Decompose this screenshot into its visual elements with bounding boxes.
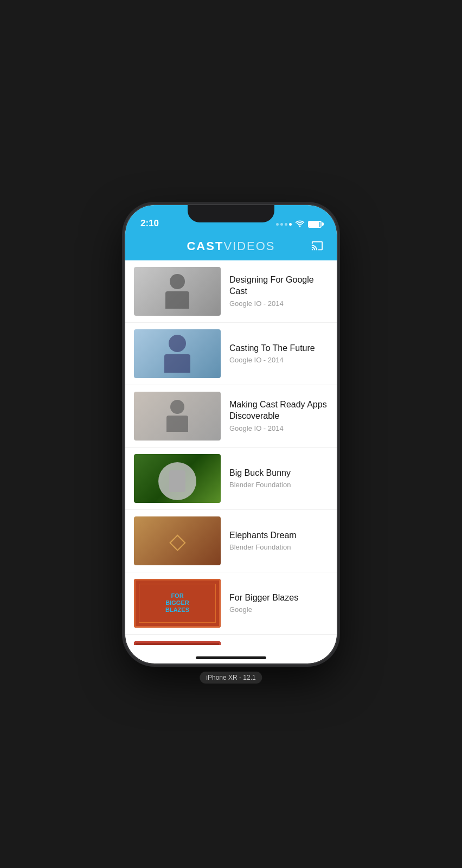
status-icons <box>276 220 324 229</box>
video-subtitle: Google IO - 2014 <box>229 356 328 364</box>
phone-frame: 2:10 <box>125 205 337 663</box>
app-title: CAST VIDEOS <box>187 239 275 253</box>
video-thumbnail: ◇ <box>134 516 221 565</box>
notch <box>188 205 274 222</box>
video-info: Casting To The Future Google IO - 2014 <box>229 343 328 365</box>
video-title: Making Cast Ready Apps Discoverable <box>229 399 328 422</box>
battery-icon <box>308 221 324 228</box>
video-info: Designing For Google Cast Google IO - 20… <box>229 275 328 308</box>
video-list-item[interactable]: FORBIGGERBLAZES For Bigger Blazes Google <box>125 572 337 635</box>
signal-dot <box>289 223 292 226</box>
video-info: For Bigger Blazes Google <box>229 592 328 614</box>
navigation-bar: CAST VIDEOS <box>125 232 337 260</box>
video-thumbnail <box>134 454 221 503</box>
phone-wrapper: 2:10 <box>117 201 345 667</box>
signal-dot <box>285 223 287 226</box>
video-title: Casting To The Future <box>229 343 328 354</box>
video-title: Elephants Dream <box>229 530 328 541</box>
video-subtitle: Google IO - 2014 <box>229 299 328 308</box>
video-list-item[interactable]: Casting To The Future Google IO - 2014 <box>125 323 337 385</box>
app-title-videos: VIDEOS <box>223 239 275 253</box>
video-subtitle: Blender Foundation <box>229 481 328 489</box>
video-title: Big Buck Bunny <box>229 468 328 479</box>
video-thumbnail <box>134 392 221 441</box>
video-subtitle: Blender Foundation <box>229 543 328 551</box>
home-indicator <box>196 656 266 659</box>
video-thumbnail <box>134 267 221 316</box>
signal-dot <box>276 223 279 226</box>
video-subtitle: Google <box>229 605 328 614</box>
device-label: iPhone XR - 12.1 <box>200 672 262 684</box>
video-subtitle: Google IO - 2014 <box>229 424 328 432</box>
video-list-item[interactable]: FORBIGGERESCAPES For Bigger Escape Googl… <box>125 635 337 645</box>
signal-icon <box>276 223 292 226</box>
cast-button[interactable] <box>310 240 326 253</box>
video-list-item[interactable]: Making Cast Ready Apps Discoverable Goog… <box>125 385 337 448</box>
video-info: Elephants Dream Blender Foundation <box>229 530 328 552</box>
video-info: Making Cast Ready Apps Discoverable Goog… <box>229 399 328 432</box>
video-info: Big Buck Bunny Blender Foundation <box>229 468 328 489</box>
video-list-item[interactable]: Designing For Google Cast Google IO - 20… <box>125 260 337 323</box>
app-title-cast: CAST <box>187 239 223 253</box>
phone-screen: 2:10 <box>125 205 337 663</box>
video-list-item[interactable]: Big Buck Bunny Blender Foundation <box>125 448 337 510</box>
video-list[interactable]: Designing For Google Cast Google IO - 20… <box>125 260 337 645</box>
signal-dot <box>280 223 283 226</box>
video-title: Designing For Google Cast <box>229 275 328 297</box>
wifi-icon <box>295 220 305 229</box>
video-title: For Bigger Blazes <box>229 592 328 604</box>
video-thumbnail: FORBIGGERESCAPES <box>134 641 221 645</box>
status-time: 2:10 <box>138 218 159 229</box>
video-thumbnail <box>134 329 221 378</box>
video-list-item[interactable]: ◇ Elephants Dream Blender Foundation <box>125 510 337 572</box>
video-thumbnail: FORBIGGERBLAZES <box>134 579 221 628</box>
